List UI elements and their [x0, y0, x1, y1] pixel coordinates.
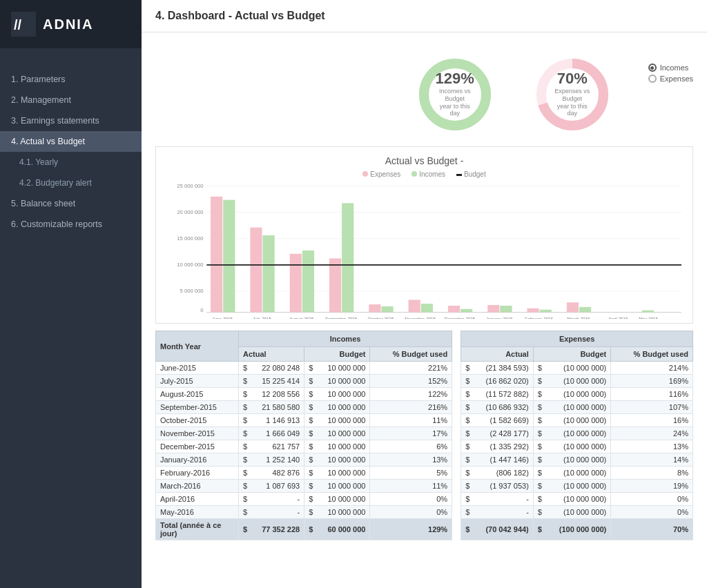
- col-inc-pct: % Budget used: [370, 347, 452, 362]
- cell-exp-budget: $(10 000 000): [533, 388, 610, 401]
- col-incomes-header: Incomes: [239, 331, 452, 347]
- incomes-gauge: 129% Incomes vs Budgetyear to this day: [414, 53, 496, 136]
- data-table-area: Month Year Incomes Expenses Actual Budge…: [155, 331, 693, 540]
- cell-exp-actual: $-: [461, 506, 534, 519]
- bar-expenses-9: [567, 302, 579, 312]
- col-exp-pct: % Budget used: [611, 347, 693, 362]
- sidebar-brand: ADNIA: [43, 17, 93, 32]
- cell-inc-pct: 216%: [370, 401, 452, 414]
- legend-incomes: Incomes: [411, 170, 445, 178]
- cell-month: July-2015: [156, 375, 239, 388]
- cell-exp-actual: $-: [461, 493, 534, 506]
- cell-inc-budget: $10 000 000: [304, 375, 370, 388]
- sidebar-item-balance[interactable]: 5. Balance sheet: [0, 193, 142, 214]
- cell-exp-pct: 214%: [611, 362, 693, 375]
- table-body: June-2015 $22 080 248 $10 000 000 221% $…: [156, 362, 693, 540]
- col-exp-actual: Actual: [461, 347, 534, 362]
- svg-text:March-2016: March-2016: [567, 316, 590, 319]
- cell-inc-pct: 11%: [370, 414, 452, 427]
- svg-text:July-2015: July-2015: [253, 316, 271, 319]
- cell-month: September-2015: [156, 401, 239, 414]
- sidebar-item-management[interactable]: 2. Management: [0, 90, 142, 110]
- bar-incomes-5: [421, 304, 433, 312]
- bar-incomes-4: [381, 306, 393, 313]
- cell-inc-actual: $621 757: [239, 440, 304, 453]
- bar-incomes-9: [579, 307, 591, 313]
- cell-exp-budget: $(10 000 000): [533, 440, 610, 453]
- cell-exp-actual: $(21 384 593): [461, 362, 534, 375]
- sidebar-item-custom[interactable]: 6. Customizable reports: [0, 214, 142, 235]
- sidebar-item-parameters[interactable]: 1. Parameters: [0, 69, 142, 90]
- col-month-header: Month Year: [156, 331, 239, 362]
- cell-total-inc-pct: 129%: [370, 519, 452, 540]
- cell-exp-budget: $(10 000 000): [533, 401, 610, 414]
- svg-text:5 000 000: 5 000 000: [180, 288, 204, 294]
- sidebar-item-yearly[interactable]: 4.1. Yearly: [0, 152, 142, 173]
- cell-total-exp-actual: $(70 042 944): [461, 519, 534, 540]
- cell-exp-actual: $(806 182): [461, 467, 534, 480]
- cell-exp-budget: $(10 000 000): [533, 493, 610, 506]
- cell-exp-budget: $(10 000 000): [533, 480, 610, 493]
- radio-expenses[interactable]: Expenses: [648, 75, 693, 83]
- sidebar-item-budgetary[interactable]: 4.2. Budgetary alert: [0, 173, 142, 193]
- svg-text:November-2015: November-2015: [405, 316, 436, 319]
- svg-text:September-2015: September-2015: [325, 316, 358, 319]
- svg-text:August-2015: August-2015: [289, 316, 314, 319]
- cell-exp-pct: 0%: [611, 493, 693, 506]
- table-row: November-2015 $1 666 049 $10 000 000 17%…: [156, 427, 693, 440]
- table-row: March-2016 $1 087 693 $10 000 000 11% $(…: [156, 480, 693, 493]
- col-expenses-header: Expenses: [461, 331, 693, 347]
- expenses-gauge: 70% Expenses vs Budgetyear to this day: [531, 53, 614, 136]
- cell-inc-actual: $1 666 049: [239, 427, 304, 440]
- cell-exp-pct: 19%: [611, 480, 693, 493]
- cell-inc-actual: $1 087 693: [239, 480, 304, 493]
- chart-radio-legend: Incomes Expenses: [648, 63, 693, 86]
- table-row: October-2015 $1 146 913 $10 000 000 11% …: [156, 414, 693, 427]
- cell-inc-budget: $10 000 000: [304, 427, 370, 440]
- cell-month: February-2016: [156, 467, 239, 480]
- cell-exp-budget: $(10 000 000): [533, 506, 610, 519]
- sidebar-item-actual-budget[interactable]: 4. Actual vs Budget: [0, 131, 142, 152]
- bar-expenses-5: [409, 300, 420, 312]
- cell-total-inc-actual: $77 352 228: [239, 519, 304, 540]
- bar-chart-svg: 25 000 000 20 000 000 15 000 000 10 000 …: [167, 181, 681, 319]
- radio-incomes[interactable]: Incomes: [648, 63, 693, 72]
- svg-text:25 000 000: 25 000 000: [177, 183, 203, 189]
- legend-budget: Budget: [456, 170, 486, 178]
- cell-inc-budget: $10 000 000: [304, 362, 370, 375]
- sidebar-item-earnings[interactable]: 3. Earnings statements: [0, 110, 142, 131]
- cell-total-exp-pct: 70%: [611, 519, 693, 540]
- table-row: August-2015 $12 208 556 $10 000 000 122%…: [156, 388, 693, 401]
- chart-title: Actual vs Budget -: [167, 155, 681, 166]
- cell-inc-pct: 17%: [370, 427, 452, 440]
- cell-inc-actual: $-: [239, 493, 304, 506]
- cell-inc-pct: 13%: [370, 453, 452, 467]
- cell-inc-pct: 6%: [370, 440, 452, 453]
- cell-month: November-2015: [156, 427, 239, 440]
- cell-inc-pct: 0%: [370, 506, 452, 519]
- svg-text:February-2016: February-2016: [525, 316, 553, 319]
- cell-exp-actual: $(1 447 146): [461, 453, 534, 467]
- cell-exp-pct: 14%: [611, 453, 693, 467]
- cell-inc-budget: $10 000 000: [304, 506, 370, 519]
- col-inc-budget: Budget: [304, 347, 370, 362]
- cell-exp-actual: $(1 937 053): [461, 480, 534, 493]
- bar-expenses-4: [369, 304, 380, 312]
- svg-text:April-2016: April-2016: [608, 316, 628, 319]
- cell-inc-actual: $22 080 248: [239, 362, 304, 375]
- svg-text:10 000 000: 10 000 000: [177, 262, 203, 268]
- adnia-logo: //: [11, 12, 36, 37]
- cell-inc-pct: 11%: [370, 480, 452, 493]
- svg-text:January-2016: January-2016: [486, 316, 512, 319]
- bar-incomes-1: [262, 235, 274, 312]
- svg-text:0: 0: [200, 307, 203, 313]
- page-title: 4. Dashboard - Actual vs Budget: [142, 0, 707, 32]
- bar-expenses-3: [329, 258, 341, 312]
- table-row: December-2015 $621 757 $10 000 000 6% $(…: [156, 440, 693, 453]
- cell-inc-budget: $10 000 000: [304, 401, 370, 414]
- cell-inc-pct: 5%: [370, 467, 452, 480]
- cell-inc-budget: $10 000 000: [304, 414, 370, 427]
- svg-text:15 000 000: 15 000 000: [177, 235, 203, 242]
- bar-expenses-1: [250, 228, 262, 313]
- cell-inc-pct: 152%: [370, 375, 452, 388]
